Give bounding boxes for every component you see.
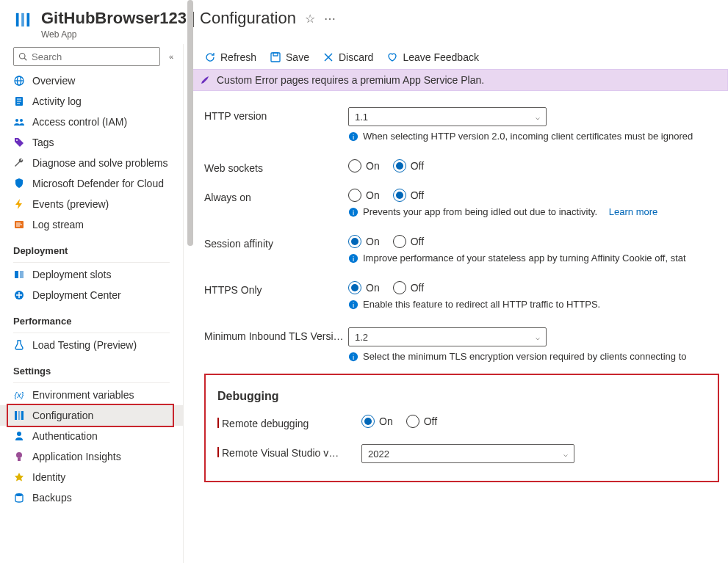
sidebar-item-deployment-slots[interactable]: Deployment slots (0, 264, 183, 285)
sidebar-item-label: Deployment slots (32, 269, 111, 280)
collapse-sidebar-icon[interactable]: « (166, 49, 176, 64)
save-button[interactable]: Save (270, 51, 309, 63)
svg-rect-19 (15, 271, 18, 278)
sidebar-item-microsoft-defender-for-cloud[interactable]: Microsoft Defender for Cloud (0, 173, 183, 194)
svg-text:{x}: {x} (15, 391, 24, 399)
nav-group-performance: Performance (0, 305, 183, 330)
select-min-tls[interactable]: 1.2⌵ (348, 327, 547, 346)
sidebar-item-tags[interactable]: Tags (0, 132, 183, 153)
radio-https-only-on[interactable]: On (348, 281, 380, 294)
wrench-icon (13, 157, 25, 169)
radio-https-only: On Off (348, 281, 728, 294)
svg-point-12 (15, 119, 18, 122)
svg-rect-28 (18, 458, 21, 461)
radio-always-on-on[interactable]: On (348, 189, 380, 202)
sidebar-item-deployment-center[interactable]: Deployment Center (0, 285, 183, 305)
hint-always-on: iPrevents your app from being idled out … (348, 202, 728, 217)
label-web-sockets: Web sockets (204, 159, 348, 174)
tutorial-highlight-debugging: Debugging Remote debugging On Off Remote… (204, 374, 719, 482)
sidebar-item-application-insights[interactable]: Application Insights (0, 446, 183, 467)
more-menu-icon[interactable]: ⋯ (324, 12, 336, 26)
sidebar-item-backups[interactable]: Backups (0, 487, 183, 508)
sidebar-item-activity-log[interactable]: Activity log (0, 91, 183, 112)
radio-always-on: On Off (348, 189, 728, 202)
select-http-version[interactable]: 1.1⌵ (348, 107, 547, 126)
radio-remote-debugging-on[interactable]: On (361, 415, 393, 428)
row-always-on: Always on On Off iPrevents your app from… (204, 178, 728, 222)
row-session-affinity: Session affinity On Off iImprove perform… (204, 222, 728, 268)
chevron-down-icon: ⌵ (563, 450, 568, 458)
config-icon (13, 410, 25, 421)
select-vs-version[interactable]: 2022⌵ (361, 444, 574, 463)
sidebar-item-access-control-iam-[interactable]: Access control (IAM) (0, 112, 183, 132)
link-learn-more[interactable]: Learn more (609, 206, 657, 217)
sidebar-item-label: Log stream (32, 219, 84, 230)
search-icon (18, 52, 27, 61)
search-input[interactable] (32, 51, 155, 62)
radio-remote-debugging: On Off (361, 415, 706, 428)
stream-icon (13, 219, 25, 230)
discard-icon (322, 51, 334, 63)
row-remote-debugging: Remote debugging On Off (217, 407, 706, 434)
radio-always-on-off[interactable]: Off (393, 189, 424, 202)
sidebar-item-label: Application Insights (32, 451, 121, 462)
shield-icon (13, 178, 25, 189)
vars-icon: {x} (13, 389, 25, 401)
radio-session-affinity-off[interactable]: Off (393, 235, 424, 248)
sidebar-item-environment-variables[interactable]: {x}Environment variables (0, 385, 183, 405)
sidebar-item-label: Events (preview) (32, 198, 109, 210)
svg-rect-30 (271, 53, 280, 62)
info-icon: i (348, 207, 358, 217)
sidebar-item-label: Deployment Center (32, 289, 121, 301)
sidebar-item-label: Authentication (32, 430, 98, 442)
radio-https-only-off[interactable]: Off (393, 281, 424, 294)
nav-group-deployment: Deployment (0, 235, 183, 259)
sidebar-item-label: Load Testing (Preview) (32, 339, 137, 351)
sidebar-search[interactable] (13, 47, 160, 66)
radio-session-affinity-on[interactable]: On (348, 235, 380, 248)
log-icon (13, 95, 25, 107)
sidebar-item-overview[interactable]: Overview (0, 70, 183, 91)
sidebar-nav: OverviewActivity logAccess control (IAM)… (0, 70, 183, 563)
label-vs-version: Remote Visual Studio v… (217, 444, 361, 459)
svg-point-26 (17, 432, 21, 436)
svg-rect-24 (18, 411, 21, 420)
row-https-only: HTTPS Only On Off iEnable this feature t… (204, 268, 728, 314)
sidebar-item-label: Configuration (32, 410, 93, 421)
sidebar-item-label: Tags (32, 137, 54, 148)
radio-web-sockets-off[interactable]: Off (393, 159, 424, 172)
feedback-button[interactable]: Leave Feedback (386, 51, 479, 63)
row-http-version: HTTP version 1.1⌵ iWhen selecting HTTP v… (204, 103, 728, 146)
scrollbar[interactable] (187, 0, 193, 246)
discard-button[interactable]: Discard (322, 51, 373, 63)
sidebar-item-configuration[interactable]: Configuration (0, 405, 183, 426)
sidebar-item-label: Access control (IAM) (32, 116, 127, 128)
chevron-down-icon: ⌵ (536, 113, 540, 121)
svg-rect-25 (21, 411, 24, 420)
sidebar-item-log-stream[interactable]: Log stream (0, 214, 183, 235)
sidebar-item-load-testing-preview-[interactable]: Load Testing (Preview) (0, 335, 183, 355)
radio-web-sockets-on[interactable]: On (348, 159, 380, 172)
page-header: GitHubBrowser123 | Configuration ☆ ⋯ Web… (0, 0, 728, 44)
sidebar-item-identity[interactable]: Identity (0, 467, 183, 487)
bolt-icon (13, 198, 25, 210)
sidebar: « OverviewActivity logAccess control (IA… (0, 44, 184, 563)
app-name: GitHubBrowser123 (41, 9, 187, 27)
save-icon (270, 51, 281, 63)
rocket-icon (199, 74, 211, 86)
favorite-star-icon[interactable]: ☆ (305, 12, 315, 26)
sidebar-item-diagnose-and-solve-problems[interactable]: Diagnose and solve problems (0, 153, 183, 173)
sidebar-item-authentication[interactable]: Authentication (0, 426, 183, 446)
tag-icon (13, 137, 25, 148)
sidebar-item-events-preview-[interactable]: Events (preview) (0, 194, 183, 214)
radio-remote-debugging-off[interactable]: Off (406, 415, 437, 428)
row-min-tls: Minimum Inbound TLS Versi… 1.2⌵ iSelect … (204, 314, 728, 366)
svg-point-14 (16, 139, 18, 141)
flask-icon (13, 339, 25, 351)
label-https-only: HTTPS Only (204, 281, 348, 296)
hint-https-only: iEnable this feature to redirect all HTT… (348, 294, 728, 310)
refresh-button[interactable]: Refresh (204, 51, 256, 63)
label-min-tls: Minimum Inbound TLS Versi… (204, 327, 348, 342)
deploy-icon (13, 289, 25, 301)
svg-rect-1 (21, 13, 24, 26)
